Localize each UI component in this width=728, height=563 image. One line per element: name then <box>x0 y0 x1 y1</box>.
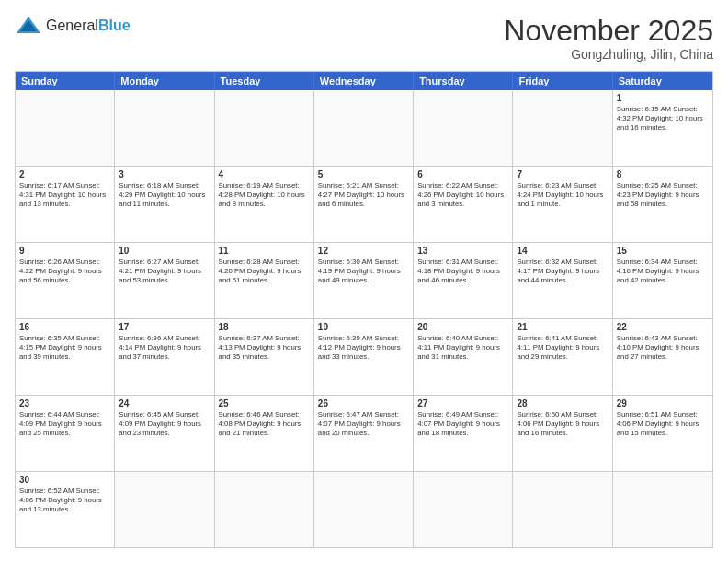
day-info: Sunrise: 6:45 AM Sunset: 4:09 PM Dayligh… <box>119 410 210 438</box>
day-number: 26 <box>318 398 409 408</box>
calendar-cell: 29Sunrise: 6:51 AM Sunset: 4:06 PM Dayli… <box>613 396 712 471</box>
day-info: Sunrise: 6:27 AM Sunset: 4:21 PM Dayligh… <box>119 258 210 285</box>
calendar-cell <box>513 90 612 166</box>
day-info: Sunrise: 6:17 AM Sunset: 4:31 PM Dayligh… <box>19 181 110 209</box>
day-number: 23 <box>19 398 110 408</box>
day-info: Sunrise: 6:51 AM Sunset: 4:06 PM Dayligh… <box>617 410 709 438</box>
calendar-cell <box>414 472 513 547</box>
day-number: 1 <box>617 93 709 103</box>
day-number: 30 <box>19 475 110 485</box>
header-thursday: Thursday <box>414 72 513 90</box>
logo-icon <box>15 15 42 37</box>
day-number: 16 <box>19 322 110 332</box>
calendar-row: 30Sunrise: 6:52 AM Sunset: 4:06 PM Dayli… <box>16 472 712 547</box>
calendar-cell: 2Sunrise: 6:17 AM Sunset: 4:31 PM Daylig… <box>16 167 115 242</box>
day-info: Sunrise: 6:47 AM Sunset: 4:07 PM Dayligh… <box>318 410 409 438</box>
calendar-body: 1Sunrise: 6:15 AM Sunset: 4:32 PM Daylig… <box>16 90 712 547</box>
calendar-cell <box>613 472 712 547</box>
day-info: Sunrise: 6:44 AM Sunset: 4:09 PM Dayligh… <box>19 410 110 438</box>
header-sunday: Sunday <box>16 72 115 90</box>
calendar-cell <box>16 90 115 166</box>
title-block: November 2025 Gongzhuling, Jilin, China <box>504 15 713 62</box>
day-number: 14 <box>517 246 608 256</box>
calendar-cell: 25Sunrise: 6:46 AM Sunset: 4:08 PM Dayli… <box>215 396 314 471</box>
day-info: Sunrise: 6:39 AM Sunset: 4:12 PM Dayligh… <box>318 334 409 362</box>
calendar: Sunday Monday Tuesday Wednesday Thursday… <box>15 71 713 548</box>
calendar-cell: 1Sunrise: 6:15 AM Sunset: 4:32 PM Daylig… <box>613 90 712 166</box>
day-number: 10 <box>119 246 210 256</box>
calendar-cell: 18Sunrise: 6:37 AM Sunset: 4:13 PM Dayli… <box>215 319 314 395</box>
day-number: 19 <box>318 322 409 332</box>
day-info: Sunrise: 6:52 AM Sunset: 4:06 PM Dayligh… <box>19 487 110 514</box>
calendar-cell: 6Sunrise: 6:22 AM Sunset: 4:26 PM Daylig… <box>414 167 513 242</box>
day-info: Sunrise: 6:26 AM Sunset: 4:22 PM Dayligh… <box>19 258 110 285</box>
header-monday: Monday <box>115 72 214 90</box>
calendar-row: 16Sunrise: 6:35 AM Sunset: 4:15 PM Dayli… <box>16 319 712 396</box>
day-number: 22 <box>617 322 709 332</box>
calendar-cell: 26Sunrise: 6:47 AM Sunset: 4:07 PM Dayli… <box>314 396 414 471</box>
day-number: 6 <box>417 169 508 179</box>
day-info: Sunrise: 6:36 AM Sunset: 4:14 PM Dayligh… <box>119 334 210 362</box>
location: Gongzhuling, Jilin, China <box>504 47 713 62</box>
day-info: Sunrise: 6:43 AM Sunset: 4:10 PM Dayligh… <box>617 334 709 362</box>
day-info: Sunrise: 6:34 AM Sunset: 4:16 PM Dayligh… <box>617 258 709 285</box>
calendar-cell: 17Sunrise: 6:36 AM Sunset: 4:14 PM Dayli… <box>115 319 214 395</box>
calendar-cell <box>115 90 214 166</box>
calendar-cell: 12Sunrise: 6:30 AM Sunset: 4:19 PM Dayli… <box>314 243 414 318</box>
calendar-cell <box>115 472 214 547</box>
page: GeneralBlue November 2025 Gongzhuling, J… <box>0 0 728 563</box>
day-number: 8 <box>617 169 709 179</box>
calendar-cell: 8Sunrise: 6:25 AM Sunset: 4:23 PM Daylig… <box>613 167 712 242</box>
day-number: 27 <box>417 398 508 408</box>
day-number: 25 <box>219 398 310 408</box>
calendar-header: Sunday Monday Tuesday Wednesday Thursday… <box>16 72 712 90</box>
calendar-cell: 5Sunrise: 6:21 AM Sunset: 4:27 PM Daylig… <box>314 167 414 242</box>
calendar-cell: 14Sunrise: 6:32 AM Sunset: 4:17 PM Dayli… <box>513 243 612 318</box>
calendar-cell <box>314 90 414 166</box>
calendar-row: 1Sunrise: 6:15 AM Sunset: 4:32 PM Daylig… <box>16 90 712 167</box>
logo-text: GeneralBlue <box>46 17 131 34</box>
day-number: 11 <box>219 246 310 256</box>
day-info: Sunrise: 6:22 AM Sunset: 4:26 PM Dayligh… <box>417 181 508 209</box>
calendar-cell: 24Sunrise: 6:45 AM Sunset: 4:09 PM Dayli… <box>115 396 214 471</box>
day-info: Sunrise: 6:50 AM Sunset: 4:06 PM Dayligh… <box>517 410 608 438</box>
day-info: Sunrise: 6:25 AM Sunset: 4:23 PM Dayligh… <box>617 181 709 209</box>
calendar-cell: 20Sunrise: 6:40 AM Sunset: 4:11 PM Dayli… <box>414 319 513 395</box>
header-wednesday: Wednesday <box>314 72 414 90</box>
calendar-cell <box>215 472 314 547</box>
header: GeneralBlue November 2025 Gongzhuling, J… <box>15 15 713 62</box>
calendar-cell: 19Sunrise: 6:39 AM Sunset: 4:12 PM Dayli… <box>314 319 414 395</box>
day-number: 17 <box>119 322 210 332</box>
calendar-row: 2Sunrise: 6:17 AM Sunset: 4:31 PM Daylig… <box>16 167 712 243</box>
day-info: Sunrise: 6:49 AM Sunset: 4:07 PM Dayligh… <box>417 410 508 438</box>
day-number: 15 <box>617 246 709 256</box>
calendar-cell: 4Sunrise: 6:19 AM Sunset: 4:28 PM Daylig… <box>215 167 314 242</box>
day-number: 24 <box>119 398 210 408</box>
month-year: November 2025 <box>504 15 713 47</box>
day-info: Sunrise: 6:21 AM Sunset: 4:27 PM Dayligh… <box>318 181 409 209</box>
calendar-cell: 10Sunrise: 6:27 AM Sunset: 4:21 PM Dayli… <box>115 243 214 318</box>
day-number: 7 <box>517 169 608 179</box>
calendar-cell <box>314 472 414 547</box>
day-info: Sunrise: 6:35 AM Sunset: 4:15 PM Dayligh… <box>19 334 110 362</box>
day-number: 20 <box>417 322 508 332</box>
calendar-cell: 21Sunrise: 6:41 AM Sunset: 4:11 PM Dayli… <box>513 319 612 395</box>
day-number: 9 <box>19 246 110 256</box>
calendar-cell: 15Sunrise: 6:34 AM Sunset: 4:16 PM Dayli… <box>613 243 712 318</box>
calendar-cell: 27Sunrise: 6:49 AM Sunset: 4:07 PM Dayli… <box>414 396 513 471</box>
header-saturday: Saturday <box>613 72 712 90</box>
day-number: 3 <box>119 169 210 179</box>
calendar-cell: 23Sunrise: 6:44 AM Sunset: 4:09 PM Dayli… <box>16 396 115 471</box>
day-info: Sunrise: 6:40 AM Sunset: 4:11 PM Dayligh… <box>417 334 508 362</box>
calendar-row: 23Sunrise: 6:44 AM Sunset: 4:09 PM Dayli… <box>16 396 712 472</box>
day-info: Sunrise: 6:23 AM Sunset: 4:24 PM Dayligh… <box>517 181 608 209</box>
calendar-cell: 16Sunrise: 6:35 AM Sunset: 4:15 PM Dayli… <box>16 319 115 395</box>
calendar-cell <box>215 90 314 166</box>
logo: GeneralBlue <box>15 15 131 37</box>
header-tuesday: Tuesday <box>215 72 314 90</box>
day-info: Sunrise: 6:18 AM Sunset: 4:29 PM Dayligh… <box>119 181 210 209</box>
day-number: 2 <box>19 169 110 179</box>
day-number: 12 <box>318 246 409 256</box>
header-friday: Friday <box>513 72 612 90</box>
day-info: Sunrise: 6:37 AM Sunset: 4:13 PM Dayligh… <box>219 334 310 362</box>
